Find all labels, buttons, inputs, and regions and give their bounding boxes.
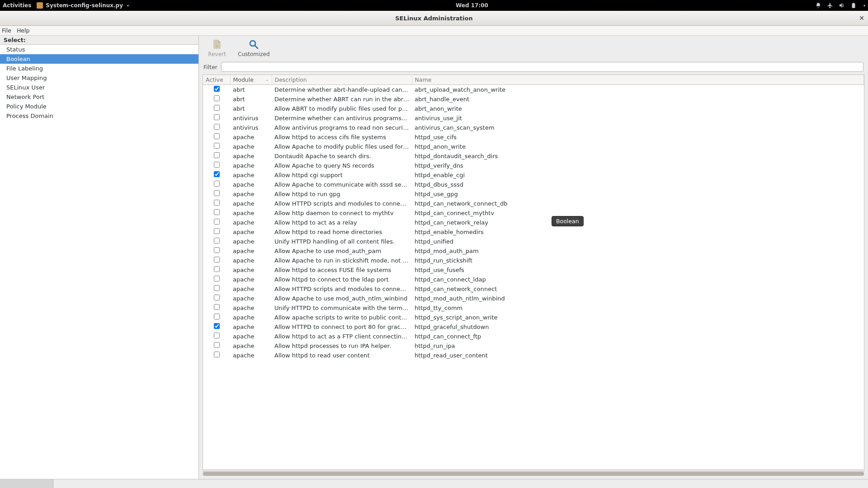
table-row[interactable]: apacheAllow httpd to access cifs file sy… (203, 132, 864, 142)
active-checkbox[interactable] (214, 86, 220, 92)
cell-name: httpd_sys_script_anon_write (412, 313, 864, 322)
cell-description: Dontaudit Apache to search dirs. (272, 151, 412, 161)
menu-help[interactable]: Help (17, 27, 30, 34)
table-row[interactable]: apacheAllow httpd to read user contentht… (203, 351, 864, 360)
table-row[interactable]: apacheAllow httpd to run gpghttpd_use_gp… (203, 189, 864, 199)
toolbar: Revert Customized (199, 36, 868, 60)
active-checkbox[interactable] (214, 181, 220, 187)
active-checkbox[interactable] (214, 95, 220, 101)
active-checkbox[interactable] (214, 190, 220, 196)
active-checkbox[interactable] (214, 276, 220, 282)
table-row[interactable]: antivirusDetermine whether can antivirus… (203, 113, 864, 123)
active-checkbox[interactable] (214, 257, 220, 263)
app-body: Select: StatusBooleanFile LabelingUser M… (0, 36, 868, 479)
table-row[interactable]: apacheAllow HTTPD to connect to port 80 … (203, 322, 864, 332)
sidebar-item[interactable]: Status (0, 45, 198, 54)
table-row[interactable]: apacheAllow httpd to access FUSE file sy… (203, 265, 864, 275)
active-checkbox[interactable] (214, 133, 220, 139)
active-checkbox[interactable] (214, 200, 220, 206)
col-header-description[interactable]: Description (272, 75, 412, 85)
cell-name: httpd_mod_auth_ntlm_winbind (412, 294, 864, 303)
active-checkbox[interactable] (214, 209, 220, 215)
table-row[interactable]: abrtAllow ABRT to modify public files us… (203, 104, 864, 113)
table-row[interactable]: apacheUnify HTTPD handling of all conten… (203, 237, 864, 246)
active-checkbox[interactable] (214, 266, 220, 272)
horizontal-scrollbar[interactable] (203, 471, 864, 476)
sidebar-item[interactable]: Process Domain (0, 111, 198, 121)
col-header-active[interactable]: Active (203, 75, 230, 85)
cell-description: Allow http daemon to connect to mythtv (272, 208, 412, 218)
activities-button[interactable]: Activities (3, 2, 31, 9)
table-row[interactable]: apacheAllow Apache to use mod_auth_pamht… (203, 246, 864, 256)
sidebar-item[interactable]: File Labeling (0, 64, 198, 73)
active-checkbox[interactable] (214, 152, 220, 158)
table-row[interactable]: abrtDetermine whether ABRT can run in th… (203, 94, 864, 104)
active-checkbox[interactable] (214, 162, 220, 168)
table-row[interactable]: apacheAllow Apache to run in stickshift … (203, 256, 864, 265)
active-checkbox[interactable] (214, 285, 220, 291)
active-checkbox[interactable] (214, 105, 220, 111)
table-row[interactable]: apacheAllow Apache to query NS recordsht… (203, 161, 864, 170)
clock[interactable]: Wed 17:00 (129, 2, 815, 9)
table-row[interactable]: apacheDontaudit Apache to search dirs.ht… (203, 151, 864, 161)
table-row[interactable]: apacheAllow httpd cgi supporthttpd_enabl… (203, 170, 864, 180)
table-row[interactable]: apacheUnify HTTPD to communicate with th… (203, 303, 864, 313)
table-row[interactable]: abrtDetermine whether abrt-handle-upload… (203, 85, 864, 94)
sidebar-item[interactable]: Policy Module (0, 102, 198, 111)
menu-file[interactable]: File (2, 27, 11, 34)
cell-description: Allow httpd to run gpg (272, 189, 412, 199)
table-row[interactable]: apacheAllow Apache to use mod_auth_ntlm_… (203, 294, 864, 303)
window-titlebar[interactable]: SELinux Administration ✕ (0, 11, 868, 26)
cell-module: apache (230, 237, 272, 246)
sidebar-item[interactable]: Boolean (0, 54, 198, 64)
active-checkbox[interactable] (214, 219, 220, 225)
active-checkbox[interactable] (214, 295, 220, 300)
active-checkbox[interactable] (214, 228, 220, 234)
filter-input[interactable] (221, 62, 863, 72)
sidebar-item[interactable]: SELinux User (0, 83, 198, 92)
active-checkbox[interactable] (214, 333, 220, 338)
table-row[interactable]: apacheAllow httpd to act as a FTP client… (203, 332, 864, 341)
cell-name: antivirus_use_jit (412, 113, 864, 123)
active-checkbox[interactable] (214, 304, 220, 310)
cell-name: abrt_anon_write (412, 104, 864, 113)
cell-description: Determine whether ABRT can run in the ab… (272, 94, 412, 104)
sidebar-item[interactable]: User Mapping (0, 73, 198, 83)
active-checkbox[interactable] (214, 323, 220, 329)
table-row[interactable]: apacheAllow HTTPD scripts and modules to… (203, 199, 864, 208)
table-row[interactable]: apacheAllow apache scripts to write to p… (203, 313, 864, 322)
active-checkbox[interactable] (214, 342, 220, 348)
table-row[interactable]: apacheAllow httpd to act as a relayhttpd… (203, 218, 864, 227)
sidebar-item[interactable]: Network Port (0, 92, 198, 102)
cell-description: Allow antivirus programs to read non sec… (272, 123, 412, 132)
active-checkbox[interactable] (214, 124, 220, 130)
search-icon (248, 39, 259, 50)
close-button[interactable]: ✕ (859, 14, 864, 22)
table-row[interactable]: antivirusAllow antivirus programs to rea… (203, 123, 864, 132)
app-menu[interactable]: System-config-selinux.py ▾ (37, 2, 129, 9)
table-row[interactable]: apacheAllow Apache to modify public file… (203, 142, 864, 151)
cell-description: Allow httpd to read user content (272, 351, 412, 360)
table-row[interactable]: apacheAllow httpd processes to run IPA h… (203, 341, 864, 351)
cell-description: Allow httpd to read home directories (272, 227, 412, 237)
active-checkbox[interactable] (214, 247, 220, 253)
cell-name: antivirus_can_scan_system (412, 123, 864, 132)
table-row[interactable]: apacheAllow HTTPD scripts and modules to… (203, 284, 864, 294)
table-row[interactable]: apacheAllow Apache to communicate with s… (203, 180, 864, 189)
system-tray[interactable]: ▾ (815, 2, 865, 9)
scrollbar-thumb[interactable] (203, 472, 864, 476)
col-header-module[interactable]: Module ⌄ (230, 75, 272, 85)
table-row[interactable]: apacheAllow http daemon to connect to my… (203, 208, 864, 218)
active-checkbox[interactable] (214, 352, 220, 357)
customized-button[interactable]: Customized (238, 38, 270, 57)
table-row[interactable]: apacheAllow httpd to connect to the ldap… (203, 275, 864, 284)
active-checkbox[interactable] (214, 143, 220, 149)
active-checkbox[interactable] (214, 238, 220, 244)
boolean-table[interactable]: Active Module ⌄ Description Name abrtDet… (203, 75, 864, 470)
col-header-name[interactable]: Name (412, 75, 864, 85)
active-checkbox[interactable] (214, 171, 220, 177)
chevron-down-icon: ▾ (863, 4, 865, 8)
active-checkbox[interactable] (214, 314, 220, 319)
active-checkbox[interactable] (214, 114, 220, 120)
table-row[interactable]: apacheAllow httpd to read home directori… (203, 227, 864, 237)
